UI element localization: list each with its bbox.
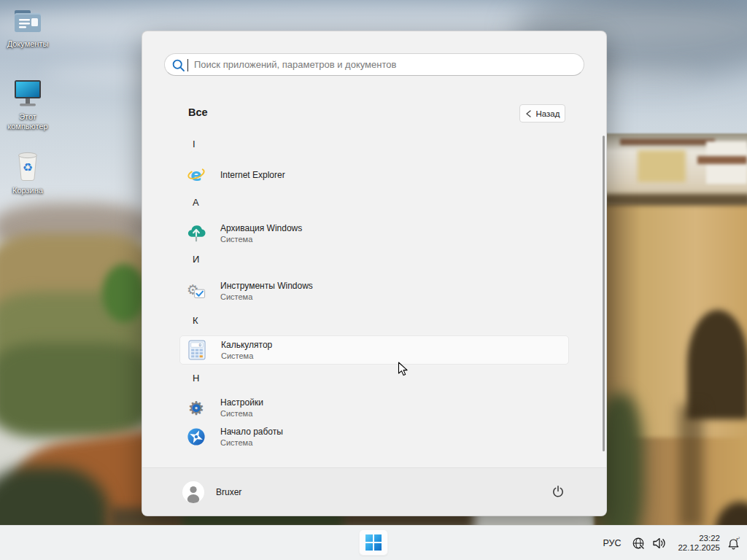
clock[interactable]: 23:22 22.12.2025 (678, 534, 720, 553)
get-started-icon (187, 427, 206, 446)
start-menu-panel: Все Назад I e Internet Explorer А А (142, 31, 607, 516)
back-button[interactable]: Назад (519, 104, 565, 122)
desktop-icon-label: Корзина (0, 186, 55, 195)
app-row-windows-tools[interactable]: ⚙ Инструменты Windows Система (179, 276, 569, 306)
svg-text:e: e (190, 166, 201, 184)
text-caret (187, 59, 188, 71)
chevron-left-icon (525, 109, 532, 118)
app-subtitle: Система (221, 351, 272, 361)
hill-shape (0, 343, 153, 438)
user-name: Bruxer (216, 487, 241, 497)
search-input[interactable] (194, 55, 573, 74)
desktop-icon-documents[interactable]: Документы (0, 7, 55, 49)
app-name: Инструменты Windows (220, 281, 313, 292)
clock-time: 23:22 (678, 534, 720, 544)
svg-text:♻: ♻ (23, 160, 33, 174)
app-subtitle: Система (220, 234, 302, 244)
section-letter[interactable]: И (193, 254, 199, 265)
section-letter[interactable]: Н (193, 373, 199, 384)
notifications-bell-icon[interactable]: z z (727, 536, 741, 551)
app-row-internet-explorer[interactable]: e Internet Explorer (179, 160, 569, 190)
app-row-windows-backup[interactable]: Архивация Windows Система (179, 219, 569, 248)
windows-tools-icon: ⚙ (187, 281, 206, 300)
app-name: Настройки (220, 397, 263, 408)
desktop-icon-recycle-bin[interactable]: ♻ Корзина (0, 149, 55, 195)
section-letter[interactable]: А (193, 197, 199, 208)
building-shape (638, 150, 686, 182)
settings-icon: ⚙ (187, 398, 206, 417)
documents-folder-icon (12, 7, 44, 35)
volume-icon[interactable] (652, 537, 667, 550)
calculator-icon: 0 (188, 340, 206, 360)
app-subtitle: Система (220, 292, 313, 302)
back-button-label: Назад (536, 109, 560, 118)
windows-backup-icon (187, 224, 206, 244)
power-button[interactable] (543, 477, 573, 506)
network-globe-icon[interactable] (632, 537, 645, 550)
start-menu-footer: Bruxer (142, 467, 606, 516)
apps-list-title: Все (188, 106, 208, 118)
app-row-settings[interactable]: ⚙ Настройки Система (179, 393, 569, 422)
bridge-shadow-shape (678, 405, 703, 529)
app-subtitle: Система (220, 438, 283, 448)
desktop-icon-label: Документы (0, 39, 55, 49)
app-name: Начало работы (220, 427, 283, 438)
app-subtitle: Система (220, 408, 263, 419)
power-icon (551, 484, 565, 499)
mouse-cursor (398, 362, 409, 380)
roof-shape (697, 156, 747, 164)
recycle-bin-icon: ♻ (13, 149, 42, 182)
desktop-icon-label: Этот компьютер (0, 112, 55, 131)
taskbar: РУС 23:22 22.12.2025 (0, 525, 747, 560)
app-name: Internet Explorer (220, 170, 285, 181)
app-row-get-started[interactable]: Начало работы Система (179, 422, 569, 451)
section-letter[interactable]: I (193, 139, 196, 149)
clock-date: 22.12.2025 (678, 543, 720, 553)
bridge-deck-shape (604, 194, 747, 206)
section-letter[interactable]: К (193, 315, 198, 326)
scrollbar[interactable] (603, 136, 605, 451)
windows-logo-icon (365, 534, 382, 551)
app-name: Архивация Windows (220, 223, 302, 234)
roof-shape (620, 139, 715, 145)
internet-explorer-icon: e (187, 165, 206, 185)
start-button[interactable] (359, 529, 388, 556)
desktop-icon-this-pc[interactable]: Этот компьютер (0, 79, 55, 131)
bridge-arch-shape (687, 310, 747, 419)
app-name: Калькулятор (221, 340, 272, 351)
user-avatar (182, 481, 204, 503)
search-box[interactable] (164, 53, 584, 76)
search-icon (171, 58, 186, 73)
this-pc-monitor-icon (12, 79, 44, 108)
svg-text:0: 0 (198, 343, 201, 347)
app-row-calculator[interactable]: 0 Калькулятор Система (179, 335, 569, 365)
keyboard-language-indicator[interactable]: РУС (603, 538, 621, 548)
system-tray: РУС 23:22 22.12.2025 (603, 526, 741, 560)
svg-text:z: z (738, 536, 740, 540)
vegetation-shape (102, 264, 146, 322)
user-account-button[interactable]: Bruxer (182, 479, 241, 505)
